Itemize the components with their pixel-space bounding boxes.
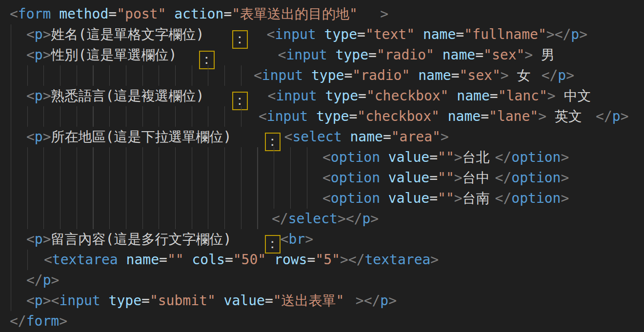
- syntax-string-value: "": [438, 190, 454, 206]
- code-line[interactable]: </form>: [10, 311, 644, 332]
- syntax-punctuation: </: [555, 26, 571, 42]
- syntax-punctuation: </: [10, 313, 26, 329]
- code-line[interactable]: </select></p>: [10, 209, 644, 229]
- indent-guides: [11, 86, 11, 106]
- syntax-attribute-name: type: [101, 293, 141, 309]
- code-text: 姓名(這是單格文字欄位): [51, 24, 232, 45]
- syntax-equals-operator: =: [108, 6, 117, 22]
- syntax-punctuation: <: [268, 88, 276, 104]
- syntax-attribute-name: name: [440, 108, 481, 124]
- code-line[interactable]: <option value="">台北</option>: [10, 147, 644, 168]
- space-gap: [248, 24, 267, 45]
- syntax-attribute-name: method: [51, 6, 108, 22]
- syntax-string-value: "area": [391, 129, 441, 145]
- code-line-content: <option value="">台南</option>: [322, 188, 569, 209]
- code-line[interactable]: <p><input type="submit" value="送出表單"></p…: [10, 291, 644, 311]
- syntax-punctuation: <: [44, 252, 52, 268]
- syntax-punctuation: >: [340, 252, 348, 268]
- syntax-attribute-name: cols: [184, 252, 225, 268]
- syntax-string-value: "checkbox": [366, 88, 449, 104]
- syntax-attribute-name: rows: [266, 252, 307, 268]
- syntax-tag-name: p: [612, 108, 621, 124]
- syntax-punctuation: <: [259, 108, 267, 124]
- syntax-punctuation: >: [388, 293, 397, 309]
- syntax-equals-operator: =: [368, 47, 377, 63]
- code-line-content: <input type="checkbox" name="lane"> 英文 <…: [259, 106, 629, 127]
- syntax-equals-operator: =: [358, 88, 366, 104]
- code-line[interactable]: <textarea name="" cols="50" rows="5"></t…: [10, 250, 644, 270]
- code-line[interactable]: <option value="">台南</option>: [10, 188, 644, 209]
- syntax-tag-name: input: [286, 47, 327, 63]
- syntax-equals-operator: =: [159, 252, 167, 268]
- code-text: 女: [509, 65, 542, 86]
- syntax-punctuation: </: [364, 293, 381, 309]
- syntax-string-value: "sex": [459, 67, 500, 83]
- indent-guides: [11, 188, 307, 209]
- code-line[interactable]: <p>姓名(這是單格文字欄位)： <input type="text" name…: [10, 24, 644, 45]
- syntax-punctuation: >: [338, 211, 346, 227]
- code-text: 性別(這是單選欄位): [51, 45, 199, 65]
- code-line[interactable]: <input type="radio" name="sex"> 女 </p>: [10, 65, 644, 86]
- syntax-punctuation: >: [454, 170, 463, 186]
- syntax-equals-operator: =: [357, 26, 365, 42]
- syntax-punctuation: >: [430, 252, 439, 268]
- code-line[interactable]: <form method="post" action="表單送出的目的地">: [10, 4, 644, 24]
- syntax-punctuation: >: [370, 211, 379, 227]
- code-line-content: <form method="post" action="表單送出的目的地">: [10, 4, 388, 24]
- syntax-punctuation: <: [26, 88, 35, 104]
- syntax-punctuation: >: [454, 190, 463, 206]
- code-line[interactable]: <p>留言內容(這是多行文字欄位)：<br>: [10, 229, 644, 250]
- syntax-tag-name: input: [276, 88, 317, 104]
- code-text: 留言內容(這是多行文字欄位): [51, 229, 265, 250]
- syntax-string-value: "submit": [150, 293, 216, 309]
- syntax-equals-operator: =: [475, 47, 483, 63]
- code-line[interactable]: <option value="">台中</option>: [10, 168, 644, 188]
- syntax-tag-name: input: [267, 108, 308, 124]
- code-line[interactable]: <input type="checkbox" name="lane"> 英文 <…: [10, 106, 644, 127]
- syntax-punctuation: >: [43, 47, 51, 63]
- syntax-tag-name: p: [35, 88, 43, 104]
- syntax-equals-operator: =: [383, 129, 391, 145]
- code-text: 所在地區(這是下拉選單欄位): [51, 127, 265, 147]
- syntax-punctuation: <: [322, 190, 331, 206]
- indent-guides: [11, 65, 242, 86]
- syntax-tag-name: input: [59, 293, 100, 309]
- indent-guides: [11, 229, 11, 250]
- syntax-string-value: "checkbox": [357, 108, 440, 124]
- indent-guides: [11, 291, 11, 311]
- syntax-punctuation: >: [356, 293, 364, 309]
- syntax-punctuation: >: [59, 313, 67, 329]
- indent-guides: [11, 45, 11, 65]
- syntax-punctuation: <: [26, 129, 35, 145]
- syntax-attribute-name: value: [380, 170, 429, 186]
- syntax-equals-operator: =: [344, 67, 352, 83]
- code-line-content: <input type="radio" name="sex"> 女 </p>: [254, 65, 574, 86]
- syntax-tag-name: option: [331, 170, 380, 186]
- code-line[interactable]: <p>熟悉語言(這是複選欄位)： <input type="checkbox" …: [10, 86, 644, 106]
- syntax-punctuation: >: [547, 88, 556, 104]
- syntax-attribute-name: name: [342, 129, 383, 145]
- syntax-tag-name: p: [35, 129, 43, 145]
- syntax-punctuation: </: [495, 170, 512, 186]
- syntax-tag-name: textarea: [52, 252, 118, 268]
- syntax-equals-operator: =: [429, 190, 438, 206]
- code-line[interactable]: <p>所在地區(這是下拉選單欄位)： <select name="area">: [10, 127, 644, 147]
- syntax-tag-name: p: [571, 26, 579, 42]
- syntax-punctuation: >: [43, 26, 51, 42]
- code-editor[interactable]: <form method="post" action="表單送出的目的地"><p…: [0, 0, 644, 332]
- syntax-attribute-name: type: [303, 67, 344, 83]
- syntax-punctuation: <: [26, 231, 35, 247]
- code-text: 英文: [546, 106, 596, 127]
- syntax-punctuation: >: [43, 231, 51, 247]
- syntax-punctuation: </: [272, 211, 288, 227]
- syntax-punctuation: >: [566, 67, 574, 83]
- syntax-tag-name: p: [362, 211, 370, 227]
- syntax-punctuation: >: [43, 129, 51, 145]
- code-line[interactable]: </p>: [10, 270, 644, 291]
- syntax-punctuation: >: [524, 47, 533, 63]
- indent-guides: [11, 250, 28, 270]
- code-line[interactable]: <p>性別(這是單選欄位)： <input type="radio" name=…: [10, 45, 644, 65]
- indent-guides: [11, 24, 11, 45]
- indent-guides: [11, 127, 11, 147]
- syntax-punctuation: >: [380, 6, 388, 22]
